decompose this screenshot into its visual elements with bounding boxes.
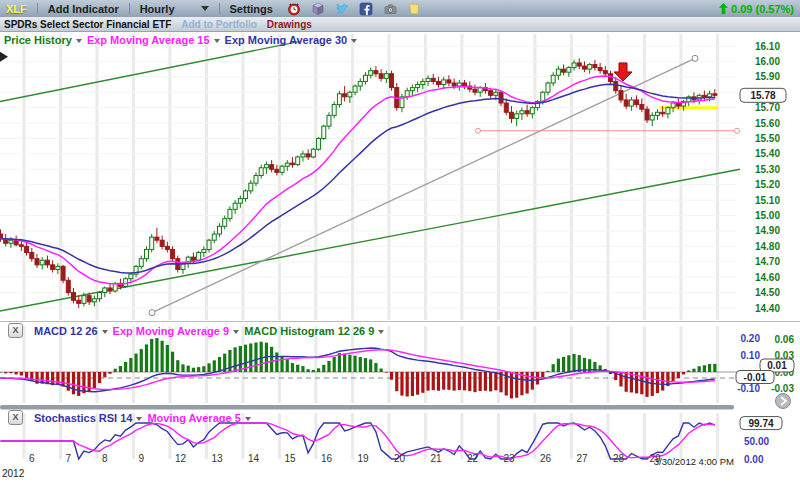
twitter-icon[interactable] [335,1,350,16]
interval-dropdown[interactable]: Hourly [140,3,209,15]
drawings-link[interactable]: Drawings [267,19,312,30]
stoch-ma-dropdown[interactable]: Moving Average 5 [147,412,250,424]
candle [165,246,169,249]
macd-hist-bar [192,368,195,372]
candle [442,80,446,85]
macd-hist-bar [400,372,403,396]
cube-icon[interactable] [311,1,326,16]
candle [525,111,529,114]
candle [71,293,75,301]
macd-hist-bar [171,352,174,372]
candle [25,246,29,252]
candle [369,71,373,76]
macd-hist-bar [552,364,555,372]
candle [87,296,91,302]
macd-histogram-dropdown[interactable]: MACD Histogram 12 26 9 [244,325,384,337]
macd-hist-bar [25,372,28,378]
macd-hist-bar [682,372,685,374]
candle [431,78,435,81]
candle [598,68,602,71]
facebook-icon[interactable] [359,1,374,16]
ema30-dropdown[interactable]: Exp Moving Average 30 [225,34,358,46]
up-arrow-icon [719,3,728,14]
macd-panel-header: X MACD 12 26 Exp Moving Average 9 MACD H… [8,323,384,338]
date-tick: 12 [175,453,187,464]
last-bar-timestamp: 3/30/2012 4:00 PM [654,456,734,467]
candle [390,74,394,88]
macd-hist-bar [213,360,216,372]
candle [348,92,352,97]
chevron-down-icon [76,39,82,43]
macd-signal-dropdown[interactable]: Exp Moving Average 9 [113,325,240,337]
price-tick: 15.20 [755,179,780,190]
ema15-dropdown[interactable]: Exp Moving Average 15 [87,34,220,46]
add-to-portfolio-link[interactable]: Add to Portfolio [181,19,257,30]
candle [290,163,294,165]
macd-hist-bar [301,366,304,372]
candle [379,74,383,79]
macd-hist-bar [145,344,148,372]
stoch-tick: 0.00 [744,454,764,465]
macd-hist-bar [176,360,179,372]
notes-icon[interactable] [407,1,422,16]
candle [666,108,670,114]
candle [713,94,717,96]
stoch-close-button[interactable]: X [8,410,23,425]
macd-hist-bar [578,355,581,372]
separator [219,3,220,14]
snapshot-icon[interactable] [383,1,398,16]
candle [337,94,341,105]
candle [61,266,65,280]
macd-hist-bar [374,363,377,372]
symbol-ticker[interactable]: XLF [6,3,27,15]
add-indicator-button[interactable]: Add Indicator [48,3,119,15]
candle [708,94,712,97]
macd-hist-bar [270,347,273,372]
candle [410,88,414,91]
settings-button[interactable]: Settings [230,3,273,15]
candle [254,175,258,183]
scroll-right-button[interactable] [776,394,791,409]
candle [56,266,60,269]
macd-hist-bar [557,359,560,372]
candle [249,183,253,191]
candle [264,165,268,168]
alerts-icon[interactable] [287,1,302,16]
macd-hist-bar [698,366,701,372]
price-panel-header: Price History Exp Moving Average 15 Exp … [4,34,357,46]
macd-hist-bar [390,372,393,380]
macd-hist-bar [103,372,106,377]
candle [82,296,86,304]
candle [144,249,148,258]
macd-hist-bar [150,339,153,372]
macd-hist-bar [218,357,221,372]
chevron-down-icon [214,39,220,43]
candle [645,109,649,120]
macd-hist-bar [380,369,383,372]
candle [494,92,498,95]
stochrsi-dropdown[interactable]: Stochastics RSI 14 [34,412,142,424]
date-tick: 8 [102,453,108,464]
svg-text:15.78: 15.78 [750,90,775,101]
macd-hist-bar [411,372,414,396]
macd-close-button[interactable]: X [8,323,23,338]
macd-hist-bar [510,372,513,398]
candle [191,257,195,260]
macd-hist-bar [515,372,518,398]
macd-dropdown[interactable]: MACD 12 26 [34,325,108,337]
chevron-down-icon [245,417,251,421]
candle [509,112,513,118]
macd-hist-bar [484,372,487,391]
chart-scrollbar[interactable] [0,405,734,410]
macd-hist-bar [254,342,257,372]
candle [275,169,279,172]
price-history-dropdown[interactable]: Price History [4,34,82,46]
candle [202,249,206,252]
candle [629,100,633,106]
macd-hist-bar [312,370,315,372]
separator [129,3,130,14]
price-tick: 14.70 [755,256,780,267]
macd-hist-bar [453,372,456,391]
candle [405,91,409,97]
macd-hist-bar [687,370,690,372]
